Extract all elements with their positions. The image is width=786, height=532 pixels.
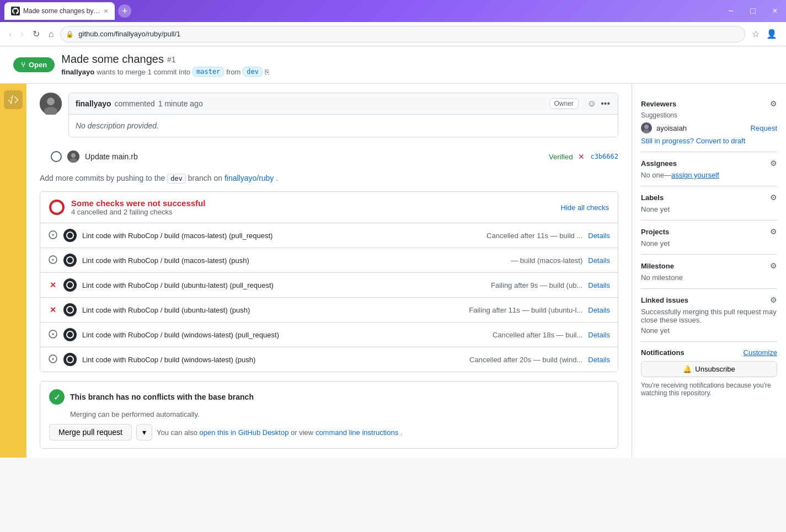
cmd-link[interactable]: command line instructions — [316, 428, 398, 437]
refresh-button[interactable]: ↻ — [30, 26, 42, 41]
assignees-gear-icon[interactable]: ⚙ — [770, 159, 777, 168]
forward-button[interactable]: › — [18, 27, 25, 41]
comment-text: No description provided. — [76, 121, 159, 130]
customize-link[interactable]: Customize — [744, 348, 777, 357]
git-icon[interactable] — [4, 90, 23, 109]
pr-header: ⑂ Open Made some changes #1 finallyayo w… — [0, 46, 786, 84]
green-check-circle: ✓ — [49, 389, 65, 405]
svg-point-13 — [52, 358, 54, 359]
details-link-4[interactable]: Details — [588, 306, 610, 314]
add-commits-middle: branch on — [188, 174, 222, 182]
merge-dropdown-button[interactable]: ▾ — [136, 424, 152, 440]
check-item: ✕ Lint code with RuboCop / build (ubuntu… — [40, 273, 618, 298]
linked-issues-label: Linked issues — [641, 296, 688, 304]
open-desktop-link[interactable]: open this in GitHub Desktop — [200, 428, 289, 437]
details-link-3[interactable]: Details — [588, 281, 610, 289]
projects-gear-icon[interactable]: ⚙ — [770, 227, 777, 236]
browser-tab[interactable]: Made some changes by fin... × — [4, 2, 115, 20]
maximize-button[interactable]: □ — [742, 0, 764, 22]
commit-row: Update main.rb Verified ✕ c3b6662 — [46, 146, 618, 167]
checks-title: Some checks were not successful — [71, 198, 205, 208]
comment-time: 1 minute ago — [158, 99, 203, 108]
assign-yourself-link[interactable]: assign yourself — [671, 171, 719, 179]
assignees-header: Assignees ⚙ — [641, 159, 777, 168]
check-desc-6: Cancelled after 20s — build (wind... — [469, 356, 582, 364]
commit-hash[interactable]: c3b6662 — [590, 153, 618, 160]
projects-header: Projects ⚙ — [641, 227, 777, 236]
linked-issues-gear-icon[interactable]: ⚙ — [770, 295, 777, 304]
labels-section: Labels ⚙ None yet — [641, 186, 777, 221]
check-ci-icon-4 — [63, 303, 77, 316]
url-input[interactable] — [60, 26, 745, 42]
milestone-gear-icon[interactable]: ⚙ — [770, 261, 777, 270]
base-branch-tag[interactable]: master — [193, 67, 224, 77]
comment-body: No description provided. — [69, 115, 618, 137]
gh-page: ⑂ Open Made some changes #1 finallyayo w… — [0, 46, 786, 458]
head-branch-tag[interactable]: dev — [243, 67, 263, 77]
merge-box: ✓ This branch has no conflicts with the … — [40, 381, 618, 449]
check-item: Lint code with RuboCop / build (windows-… — [40, 347, 618, 372]
reviewers-section: Reviewers ⚙ Suggestions ayoisaiah Reques… — [641, 93, 777, 152]
reviewer-avatar — [641, 122, 652, 133]
close-button[interactable]: × — [764, 0, 786, 22]
unsubscribe-button[interactable]: 🔔 Unsubscribe — [641, 361, 777, 377]
add-commits-prefix: Add more commits by pushing to the — [40, 174, 165, 182]
details-link-1[interactable]: Details — [588, 232, 610, 240]
details-link-2[interactable]: Details — [588, 256, 610, 265]
milestone-section: Milestone ⚙ No milestone — [641, 255, 777, 289]
owner-badge: Owner — [549, 98, 579, 109]
details-link-6[interactable]: Details — [588, 356, 610, 364]
repo-link[interactable]: finallyayo/ruby — [224, 174, 274, 182]
check-desc-1: Cancelled after 11s — build ... — [486, 232, 582, 240]
comment-author[interactable]: finallyayo — [76, 99, 111, 108]
svg-point-1 — [47, 98, 55, 105]
comment-box: finallyayo commented 1 minute ago Owner … — [68, 93, 618, 137]
details-link-5[interactable]: Details — [588, 331, 610, 339]
home-button[interactable]: ⌂ — [46, 27, 56, 41]
linked-issues-desc: Successfully merging this pull request m… — [641, 308, 777, 324]
check-item: Lint code with RuboCop / build (macos-la… — [40, 223, 618, 248]
commit-message[interactable]: Update main.rb — [85, 152, 543, 161]
page-layout: finallyayo commented 1 minute ago Owner … — [0, 84, 786, 458]
request-link[interactable]: Request — [751, 124, 777, 132]
notifications-label: Notifications — [641, 348, 685, 357]
check-desc-5: Cancelled after 18s — buil... — [493, 331, 582, 339]
emoji-button[interactable]: ☺ — [586, 98, 597, 110]
from-text: from — [226, 68, 240, 76]
check-desc-2: — build (macos-latest) — [511, 256, 582, 265]
svg-point-4 — [71, 153, 76, 158]
cancelled-icon-2 — [48, 255, 58, 266]
avatar — [40, 93, 62, 115]
checks-title-group: Some checks were not successful 4 cancel… — [71, 198, 205, 216]
copy-icon[interactable]: ⎘ — [265, 68, 269, 76]
suggestions-label: Suggestions — [641, 111, 777, 119]
dev-branch-code: dev — [167, 174, 186, 184]
check-ci-icon-3 — [63, 278, 77, 292]
back-button[interactable]: ‹ — [7, 27, 14, 41]
no-conflict-row: ✓ This branch has no conflicts with the … — [49, 389, 609, 405]
check-desc-4: Failing after 11s — build (ubuntu-l... — [469, 306, 582, 314]
convert-draft-link[interactable]: Still in progress? Convert to draft — [641, 137, 777, 145]
svg-point-15 — [644, 125, 649, 129]
reviewers-label: Reviewers — [641, 100, 676, 108]
checks-subtitle: 4 cancelled and 2 failing checks — [71, 208, 205, 216]
checks-fail-icon — [49, 200, 65, 215]
pr-title-row: Made some changes #1 — [61, 53, 269, 66]
tab-close-icon[interactable]: × — [104, 7, 108, 15]
merge-pull-request-button[interactable]: Merge pull request — [49, 424, 132, 440]
hide-checks-link[interactable]: Hide all checks — [561, 203, 609, 212]
labels-gear-icon[interactable]: ⚙ — [770, 193, 777, 202]
more-options-button[interactable]: ••• — [600, 98, 611, 110]
reviewer-name[interactable]: ayoisaiah — [656, 124, 687, 132]
reviewers-gear-icon[interactable]: ⚙ — [770, 99, 777, 108]
pr-action: wants to merge 1 commit into — [97, 68, 190, 76]
notifications-header: Notifications Customize — [641, 348, 777, 357]
svg-point-11 — [52, 333, 54, 335]
milestone-value: No milestone — [641, 273, 777, 282]
commit-line-icon — [51, 151, 62, 162]
new-tab-button[interactable]: + — [118, 4, 131, 18]
bookmark-button[interactable]: ☆ — [750, 26, 762, 41]
profile-button[interactable]: 👤 — [764, 26, 779, 41]
check-item: Lint code with RuboCop / build (windows-… — [40, 323, 618, 347]
minimize-button[interactable]: − — [720, 0, 742, 22]
